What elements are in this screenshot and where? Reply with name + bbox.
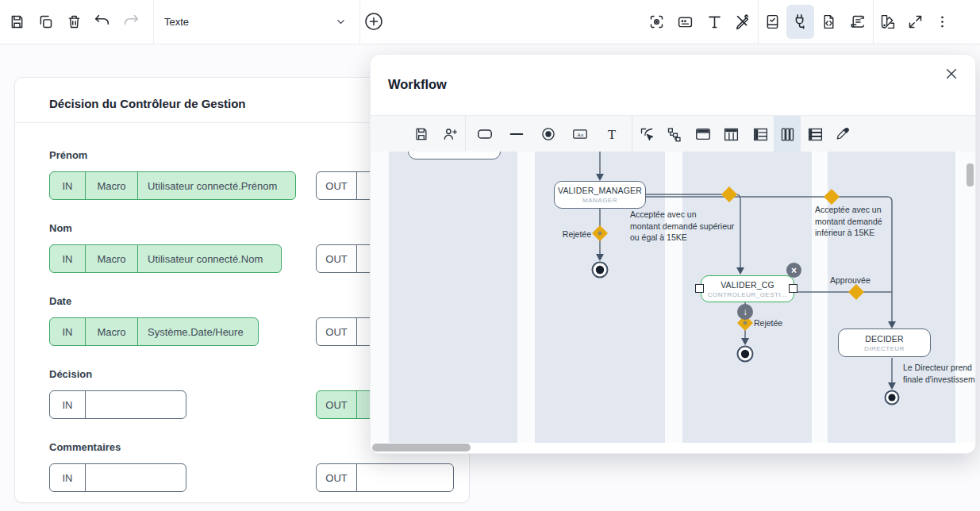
edge-label-rejetee-cg: Rejetée: [754, 317, 782, 329]
field-label-decision: Décision: [49, 368, 92, 380]
redo-icon: [122, 13, 140, 30]
plus-circle-icon: [364, 12, 383, 31]
in-tag: IN: [50, 318, 85, 345]
main-toolbar: Texte: [0, 0, 980, 44]
in-binding-prenom[interactable]: IN Macro Utilisateur connecté.Prénom: [49, 171, 296, 200]
node-title: VALIDER_CG: [721, 280, 774, 290]
rounded-rect-icon: [476, 125, 494, 143]
more-menu-button[interactable]: [931, 10, 953, 33]
node-delete-button[interactable]: ×: [786, 263, 801, 278]
binding-type: Macro: [85, 318, 137, 345]
in-binding-nom[interactable]: IN Macro Utilisateur connecté.Nom: [49, 244, 282, 273]
code-button[interactable]: [817, 10, 840, 33]
redo-button[interactable]: [120, 10, 142, 33]
table-header-columns-icon: [723, 126, 740, 143]
in-tag: IN: [50, 464, 85, 491]
trash-icon: [66, 13, 83, 30]
node-valider-cg[interactable]: VALIDER_CG CONTROLEUR_GESTI...: [701, 275, 794, 302]
svg-text:T: T: [608, 127, 616, 142]
node-partial-top[interactable]: [408, 152, 501, 159]
wf-table-rows-tool[interactable]: [748, 122, 772, 146]
end-state-icon: [540, 126, 556, 142]
wf-list-rows-tool[interactable]: [803, 122, 827, 146]
design-tools-button[interactable]: [732, 10, 754, 33]
undo-button[interactable]: [91, 10, 113, 33]
selection-handle-left[interactable]: [695, 284, 704, 293]
out-tag: OUT: [317, 464, 356, 491]
toolbar-divider: [873, 0, 874, 44]
text-tool-button[interactable]: [703, 10, 725, 33]
out-binding-commentaires[interactable]: OUT: [316, 463, 454, 492]
field-label-commentaires: Commentaires: [49, 441, 121, 453]
save-icon: [413, 126, 429, 142]
toolbar-divider: [758, 0, 759, 44]
in-binding-commentaires[interactable]: IN: [49, 463, 186, 492]
workflow-edges-layer: [371, 152, 975, 443]
fullscreen-button[interactable]: [904, 10, 926, 33]
in-binding-date[interactable]: IN Macro Système.Date/Heure: [49, 317, 259, 346]
vertical-scrollbar-thumb[interactable]: [967, 163, 974, 186]
edge-label-approuvee: Approuvée: [830, 275, 870, 286]
wf-eyedropper-tool[interactable]: [831, 122, 855, 146]
in-binding-decision[interactable]: IN: [49, 390, 186, 419]
scroll-icon: [849, 13, 866, 30]
binding-type: Macro: [85, 245, 137, 272]
line-icon: [508, 125, 525, 143]
form-fields-button[interactable]: [674, 10, 696, 33]
script-button[interactable]: [846, 10, 868, 33]
binding-value: Utilisateur connecté.Nom: [137, 245, 281, 272]
out-tag: OUT: [317, 318, 356, 345]
binding-value: [356, 464, 453, 491]
node-subtitle: CONTROLEUR_GESTI...: [708, 291, 788, 298]
copy-icon: [37, 13, 54, 30]
connectors-button[interactable]: [789, 10, 811, 33]
wf-vertical-lanes-tool[interactable]: [775, 122, 799, 146]
wf-table-columns-tool[interactable]: [719, 122, 743, 146]
crossed-pencils-icon: [734, 13, 751, 30]
out-tag: OUT: [317, 172, 356, 199]
toolbar-divider: [359, 0, 360, 44]
wf-save-button[interactable]: [409, 122, 433, 146]
wf-select-tool[interactable]: [635, 122, 659, 146]
chevron-down-icon: [335, 16, 347, 28]
save-button[interactable]: [6, 10, 28, 33]
undo-icon: [94, 13, 111, 30]
close-button[interactable]: [940, 63, 963, 85]
wf-end-node-tool[interactable]: [536, 122, 560, 146]
close-icon: [944, 67, 959, 81]
block-type-dropdown[interactable]: Texte: [153, 0, 359, 44]
delete-button[interactable]: [63, 10, 85, 33]
in-tag: IN: [50, 245, 85, 272]
wf-state-tool[interactable]: [473, 122, 497, 146]
selection-handle-right[interactable]: [789, 284, 797, 293]
node-title: DECIDER: [865, 334, 904, 344]
rules-button[interactable]: [761, 10, 783, 33]
kebab-menu-icon: [935, 14, 950, 29]
node-valider-manager[interactable]: VALIDER_MANAGER MANAGER: [554, 181, 646, 209]
code-file-icon: [821, 13, 837, 30]
list-rows-icon: [807, 126, 824, 143]
dropdown-value: Texte: [153, 16, 189, 28]
node-down-arrow-button[interactable]: ↓: [737, 304, 753, 320]
eyedropper-icon: [835, 126, 851, 142]
wf-swimlane-horizontal-tool[interactable]: [691, 122, 715, 146]
node-decider[interactable]: DECIDER DIRECTEUR: [838, 328, 931, 357]
node-title: VALIDER_MANAGER: [558, 186, 642, 195]
wf-hierarchy-tool[interactable]: [662, 122, 686, 146]
plug-icon: [791, 13, 809, 30]
expand-icon: [907, 13, 924, 30]
wf-label-tool[interactable]: Aa: [568, 122, 592, 146]
wf-text-tool[interactable]: T: [600, 122, 624, 146]
binding-value: Système.Date/Heure: [137, 318, 258, 345]
add-button[interactable]: [363, 10, 385, 33]
wf-transition-tool[interactable]: [505, 122, 528, 146]
field-label-nom: Nom: [49, 222, 72, 234]
wf-add-actor-button[interactable]: [438, 122, 462, 146]
theme-button[interactable]: [876, 10, 898, 33]
preview-button[interactable]: [645, 10, 667, 33]
duplicate-button[interactable]: [34, 10, 56, 33]
horizontal-scrollbar-thumb[interactable]: [372, 444, 471, 451]
binding-type: Macro: [85, 172, 137, 199]
swatch-book-icon: [879, 13, 896, 30]
out-tag: OUT: [317, 391, 356, 418]
